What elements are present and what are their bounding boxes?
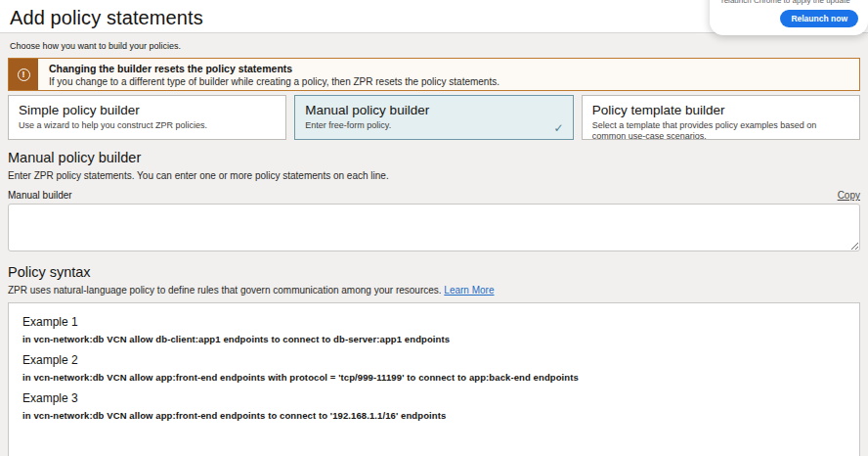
manual-builder-label: Manual builder: [8, 190, 72, 201]
example-3-statement: in vcn-network:db VCN allow app:front-en…: [22, 410, 846, 421]
card-description: Enter free-form policy.: [305, 120, 562, 131]
main-content: Choose how you want to build your polici…: [0, 33, 868, 456]
card-title: Simple policy builder: [19, 103, 276, 117]
card-policy-template-builder[interactable]: Policy template builder Select a templat…: [582, 95, 860, 140]
card-simple-policy-builder[interactable]: Simple policy builder Use a wizard to he…: [8, 95, 286, 140]
browser-update-toast: relaunch Chrome to apply the update Rela…: [710, 0, 868, 35]
manual-builder-heading: Manual policy builder: [8, 150, 860, 165]
manual-builder-description: Enter ZPR policy statements. You can ent…: [8, 170, 860, 181]
manual-builder-textarea[interactable]: [8, 204, 860, 251]
card-description: Use a wizard to help you construct ZPR p…: [19, 120, 276, 131]
policy-syntax-description: ZPR uses natural-language policy to defi…: [8, 285, 860, 296]
warning-banner: ! Changing the builder resets the policy…: [8, 58, 860, 91]
manual-builder-field-row: Manual builder Copy: [8, 190, 860, 201]
example-1-statement: in vcn-network:db VCN allow db-client:ap…: [22, 334, 846, 344]
relaunch-now-button[interactable]: Relaunch now: [780, 10, 858, 27]
example-1-label: Example 1: [22, 315, 846, 329]
builder-cards: Simple policy builder Use a wizard to he…: [8, 95, 860, 140]
selected-check-icon: ✓: [554, 121, 564, 135]
card-description: Select a template that provides policy e…: [592, 120, 849, 143]
policy-syntax-text: ZPR uses natural-language policy to defi…: [8, 285, 442, 296]
copy-link[interactable]: Copy: [838, 190, 860, 201]
example-2-label: Example 2: [22, 353, 846, 367]
policy-examples-box: Example 1 in vcn-network:db VCN allow db…: [8, 302, 860, 456]
warning-icon-box: !: [9, 59, 38, 90]
card-manual-policy-builder[interactable]: Manual policy builder Enter free-form po…: [294, 95, 573, 140]
warning-exclamation-icon: !: [18, 68, 30, 81]
warning-title: Changing the builder resets the policy s…: [49, 63, 499, 74]
example-3-label: Example 3: [22, 391, 846, 405]
example-2-statement: in vcn-network:db VCN allow app:front-en…: [22, 372, 846, 383]
policy-syntax-heading: Policy syntax: [8, 264, 860, 280]
toast-message: relaunch Chrome to apply the update: [721, 0, 858, 5]
warning-description: If you change to a different type of bui…: [49, 76, 499, 87]
warning-body: Changing the builder resets the policy s…: [38, 59, 509, 90]
card-title: Manual policy builder: [305, 103, 562, 117]
card-title: Policy template builder: [592, 103, 849, 117]
learn-more-link[interactable]: Learn More: [444, 285, 494, 296]
intro-text: Choose how you want to build your polici…: [10, 41, 860, 51]
